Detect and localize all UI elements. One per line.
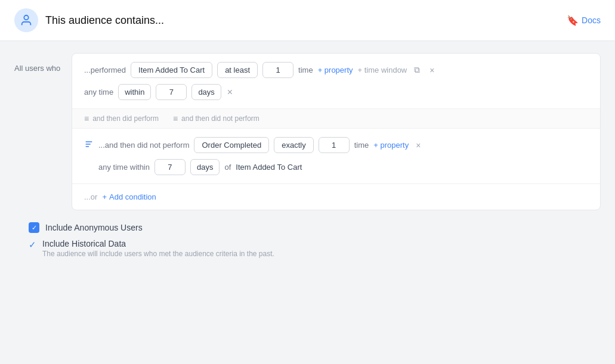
filter-icon-1: ≡ [84, 114, 89, 123]
main-content: All users who ...performed Item Added To… [0, 41, 615, 282]
anonymous-users-row: ✓ Include Anonymous Users [29, 222, 586, 233]
add-condition-row: ...or + Add condition [72, 184, 600, 210]
page-wrapper: This audience contains... 🔖 Docs All use… [0, 0, 615, 364]
clear-icon: × [227, 87, 233, 97]
and-then-did-not-perform-label: ...and then did not perform [98, 141, 189, 150]
copy-icon: ⧉ [414, 65, 420, 75]
then-did-perform-action[interactable]: ≡ and then did perform [84, 114, 159, 123]
options-section: ✓ Include Anonymous Users ✓ Include Hist… [14, 210, 601, 270]
frequency-value-input[interactable] [262, 62, 293, 78]
historical-check-icon: ✓ [29, 239, 36, 250]
check-icon: ✓ [32, 224, 37, 232]
anonymous-checkbox[interactable]: ✓ [29, 222, 39, 233]
condition-row-1-line1: ...performed Item Added To Cart at least… [84, 62, 588, 78]
condition2-frequency-value[interactable] [319, 137, 350, 153]
condition-row-2-header: ...and then did not perform Order Comple… [84, 137, 588, 153]
close-icon-2: × [416, 141, 421, 150]
frequency-type-button[interactable]: at least [217, 62, 258, 78]
bookmark-icon: 🔖 [567, 15, 579, 26]
condition2-event-button[interactable]: Order Completed [194, 137, 269, 153]
within-button[interactable]: within [118, 84, 151, 100]
add-condition-button[interactable]: + Add condition [102, 192, 156, 201]
any-time-label: any time [84, 88, 113, 97]
or-label: ...or [84, 192, 97, 201]
then-did-not-perform-label: and then did not perform [181, 114, 259, 123]
add-property-button[interactable]: + property [318, 66, 353, 74]
then-did-not-perform-action[interactable]: ≡ and then did not perform [173, 114, 259, 123]
any-time-within-label: any time within [98, 163, 150, 172]
condition2-time-label: time [354, 141, 369, 150]
page-title: This audience contains... [45, 14, 164, 27]
condition-row-2-subrow: any time within days of Item Added To Ca… [84, 159, 588, 175]
days-label-button[interactable]: days [191, 84, 221, 100]
anonymous-label: Include Anonymous Users [45, 223, 143, 232]
divider-actions: ≡ and then did perform ≡ and then did no… [72, 109, 600, 129]
historical-desc: The audience will include users who met … [42, 250, 274, 258]
then-did-perform-label: and then did perform [92, 114, 159, 123]
condition2-frequency-button[interactable]: exactly [274, 137, 313, 153]
historical-text: Include Historical Data The audience wil… [42, 239, 274, 258]
condition2-add-property[interactable]: + property [373, 141, 409, 150]
header-left: This audience contains... [14, 8, 164, 32]
days-value-input[interactable] [156, 84, 187, 100]
filter-icon-3 [84, 139, 94, 151]
filter-icon-2: ≡ [173, 114, 178, 123]
header: This audience contains... 🔖 Docs [0, 0, 615, 41]
condition2-days-label[interactable]: days [190, 159, 220, 175]
docs-link[interactable]: 🔖 Docs [567, 15, 601, 26]
close-icon: × [429, 66, 434, 75]
add-condition-label: Add condition [109, 192, 156, 201]
add-time-window-button[interactable]: + time window [358, 66, 407, 74]
historical-data-row: ✓ Include Historical Data The audience w… [29, 239, 586, 258]
condition-row-1: ...performed Item Added To Cart at least… [72, 54, 600, 109]
historical-title: Include Historical Data [42, 239, 274, 248]
conditions-container: ...performed Item Added To Cart at least… [72, 53, 601, 210]
performed-label: ...performed [84, 66, 126, 74]
clear-time-window-button[interactable]: × [226, 88, 234, 97]
all-users-label: All users who [14, 53, 62, 73]
condition-row-1-subrow: any time within days × [84, 84, 588, 100]
copy-condition-button[interactable]: ⧉ [412, 64, 422, 76]
remove-condition-1-button[interactable]: × [427, 64, 437, 76]
time-label: time [298, 66, 313, 74]
event-name-button[interactable]: Item Added To Cart [131, 62, 212, 78]
of-label: of [224, 163, 231, 172]
svg-point-0 [24, 15, 28, 20]
condition-builder: All users who ...performed Item Added To… [14, 53, 601, 210]
condition2-days-value[interactable] [154, 159, 186, 175]
condition-row-2: ...and then did not perform Order Comple… [72, 129, 600, 184]
reference-event: Item Added To Cart [236, 163, 302, 172]
plus-icon: + [102, 192, 107, 201]
remove-condition-2-button[interactable]: × [413, 139, 423, 151]
avatar [14, 8, 38, 32]
docs-label: Docs [582, 15, 601, 25]
